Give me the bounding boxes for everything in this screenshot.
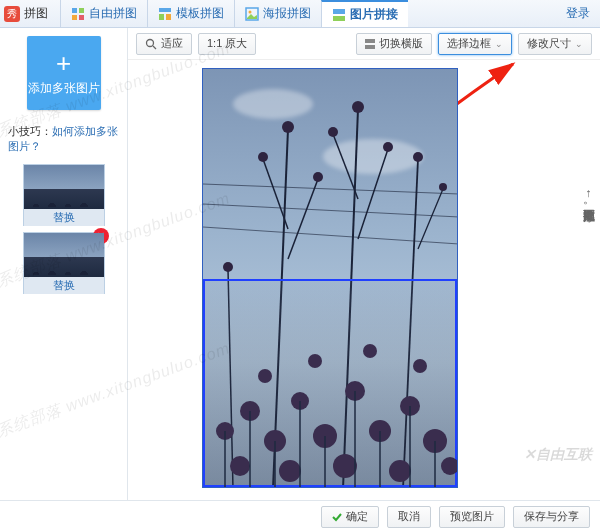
svg-point-52 xyxy=(363,344,377,358)
chevron-down-icon: ⌄ xyxy=(575,39,583,49)
plus-icon: + xyxy=(56,50,71,76)
switch-icon xyxy=(365,39,375,49)
thumbnail-1[interactable]: 1 替换 xyxy=(23,164,105,226)
svg-point-50 xyxy=(258,369,272,383)
watermark-logo: ✕自由互联 xyxy=(524,446,592,464)
canvas-area: 适应 1:1 原大 切换横版 选择边框 ⌄ 修改尺寸 ⌄ xyxy=(128,28,600,500)
switch-template-button[interactable]: 切换横版 xyxy=(356,33,432,55)
svg-line-25 xyxy=(418,189,443,249)
tab-free-collage[interactable]: 自由拼图 xyxy=(60,0,147,27)
footer-bar: 确定 取消 预览图片 保存与分享 xyxy=(0,500,600,532)
tab-label: 自由拼图 xyxy=(89,5,137,22)
select-border-button[interactable]: 选择边框 ⌄ xyxy=(438,33,512,55)
thumbnail-replace-button[interactable]: 替换 xyxy=(24,277,104,294)
svg-line-20 xyxy=(288,179,318,259)
svg-point-32 xyxy=(383,142,393,152)
tab-template-collage[interactable]: 模板拼图 xyxy=(147,0,234,27)
fit-button[interactable]: 适应 xyxy=(136,33,192,55)
svg-point-51 xyxy=(308,354,322,368)
thumbnail-2[interactable]: 2 ✕ 替换 xyxy=(23,232,105,294)
add-images-button[interactable]: + 添加多张图片 xyxy=(27,36,101,110)
svg-point-27 xyxy=(282,121,294,133)
svg-point-30 xyxy=(352,101,364,113)
app-icon: 秀 xyxy=(4,6,20,22)
thumbnail-replace-button[interactable]: 替换 xyxy=(24,209,104,226)
tab-label: 模板拼图 xyxy=(176,5,224,22)
check-icon xyxy=(332,512,342,522)
login-link[interactable]: 登录 xyxy=(556,5,600,22)
zoom-actual-button[interactable]: 1:1 原大 xyxy=(198,33,256,55)
drag-order-annotation: ←可拖动图片更换顺序。 xyxy=(578,188,596,212)
svg-rect-3 xyxy=(79,15,84,20)
template-collage-icon xyxy=(158,7,172,21)
thumbnail-image xyxy=(24,165,104,209)
svg-rect-6 xyxy=(166,14,171,20)
canvas-toolbar: 适应 1:1 原大 切换横版 选择边框 ⌄ 修改尺寸 ⌄ xyxy=(128,28,600,60)
svg-rect-10 xyxy=(333,16,345,21)
add-images-label: 添加多张图片 xyxy=(28,80,100,97)
fit-icon xyxy=(145,38,157,50)
svg-point-47 xyxy=(333,454,357,478)
svg-point-11 xyxy=(147,39,154,46)
svg-rect-14 xyxy=(365,45,375,49)
svg-line-12 xyxy=(153,46,156,49)
svg-point-53 xyxy=(413,359,427,373)
svg-rect-13 xyxy=(365,39,375,43)
resize-button[interactable]: 修改尺寸 ⌄ xyxy=(518,33,592,55)
svg-point-29 xyxy=(313,172,323,182)
svg-point-34 xyxy=(439,183,447,191)
svg-rect-1 xyxy=(79,8,84,13)
tip-text[interactable]: 小技巧：如何添加多张图片？ xyxy=(8,124,119,154)
svg-line-19 xyxy=(263,159,288,229)
svg-point-28 xyxy=(258,152,268,162)
image-stitch-icon xyxy=(332,8,346,22)
svg-rect-4 xyxy=(159,8,171,12)
svg-rect-2 xyxy=(72,15,77,20)
svg-line-23 xyxy=(358,149,388,239)
preview-button[interactable]: 预览图片 xyxy=(439,506,505,528)
free-collage-icon xyxy=(71,7,85,21)
svg-point-35 xyxy=(223,262,233,272)
svg-point-46 xyxy=(279,460,301,482)
stitched-canvas[interactable] xyxy=(202,68,458,488)
thumbnail-image xyxy=(24,233,104,277)
svg-rect-9 xyxy=(333,9,345,14)
svg-rect-0 xyxy=(72,8,77,13)
svg-point-8 xyxy=(249,10,252,13)
svg-point-49 xyxy=(441,457,458,475)
sidebar: + 添加多张图片 小技巧：如何添加多张图片？ 1 替换 2 ✕ 替换 xyxy=(0,28,128,500)
tab-bar: 自由拼图 模板拼图 海报拼图 图片拼接 xyxy=(60,0,556,27)
svg-line-15 xyxy=(203,184,458,194)
ok-button[interactable]: 确定 xyxy=(321,506,379,528)
tab-image-stitch[interactable]: 图片拼接 xyxy=(321,0,408,27)
svg-line-17 xyxy=(203,227,458,244)
svg-rect-5 xyxy=(159,14,164,20)
svg-point-48 xyxy=(389,460,411,482)
app-title: 拼图 xyxy=(24,5,48,22)
svg-point-33 xyxy=(413,152,423,162)
poster-collage-icon xyxy=(245,7,259,21)
chevron-down-icon: ⌄ xyxy=(495,39,503,49)
tab-label: 海报拼图 xyxy=(263,5,311,22)
cancel-button[interactable]: 取消 xyxy=(387,506,431,528)
tab-poster-collage[interactable]: 海报拼图 xyxy=(234,0,321,27)
tab-label: 图片拼接 xyxy=(350,6,398,23)
bottom-image-region[interactable] xyxy=(203,279,457,487)
svg-point-45 xyxy=(230,456,250,476)
svg-point-31 xyxy=(328,127,338,137)
save-share-button[interactable]: 保存与分享 xyxy=(513,506,590,528)
svg-line-16 xyxy=(203,204,458,217)
